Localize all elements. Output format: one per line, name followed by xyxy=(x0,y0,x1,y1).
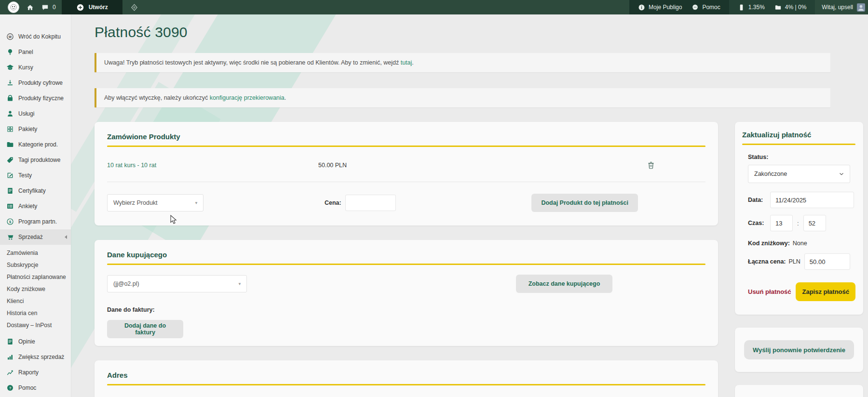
update-payment-heading: Zaktualizuj płatność xyxy=(742,131,855,139)
discount-code-label: Kod zniżkowy: xyxy=(748,240,790,247)
sidebar-item-produkty-cyfrowe[interactable]: Produkty cyfrowe xyxy=(0,75,71,91)
create-label: Utwórz xyxy=(89,4,108,11)
sidebar-item-pomoc[interactable]: Pomoc xyxy=(0,380,71,396)
test-mode-notice: Uwaga! Tryb płatności testowych jest akt… xyxy=(95,53,830,72)
user-icon xyxy=(6,110,14,118)
time-minute-input[interactable] xyxy=(803,215,826,231)
sidebar-item-kategorie-prod[interactable]: Kategorie prod. xyxy=(0,137,71,152)
sidebar-item-usługi[interactable]: Usługi xyxy=(0,106,71,121)
sidebar-item-label: Tagi produktowe xyxy=(18,157,60,163)
sidebar-item-label: Panel xyxy=(18,49,33,55)
save-payment-button[interactable]: Zapisz płatność xyxy=(796,282,855,301)
buyer-heading: Dane kupującego xyxy=(107,251,705,259)
sidebar: Wróć do KokpituPanelKursyProdukty cyfrow… xyxy=(0,14,71,397)
notice-link-tutaj[interactable]: tutaj xyxy=(401,59,412,66)
sidebar-item-label: Produkty fizyczne xyxy=(18,95,64,102)
sidebar-item-testy[interactable]: Testy xyxy=(0,168,71,183)
total-price-label: Łączna cena: xyxy=(748,258,786,265)
invoice-label: Dane do faktury: xyxy=(107,306,705,313)
sidebar-item-certyfikaty[interactable]: Certyfikaty xyxy=(0,183,71,198)
product-select-value: Wybierz Produkt xyxy=(113,199,158,206)
notice-link-konfiguracja[interactable]: konfigurację przekierowania xyxy=(210,94,285,101)
delete-product-trash-icon[interactable] xyxy=(647,161,655,170)
avatar xyxy=(857,3,865,12)
folder-icon xyxy=(774,4,782,11)
ordered-products-heading: Zamówione Produkty xyxy=(107,132,705,141)
sidebar-item-label: Certyfikaty xyxy=(18,187,46,194)
sidebar-item-label: Ankiety xyxy=(18,203,37,210)
sidebar-item-opinie[interactable]: Opinie xyxy=(0,334,71,349)
yellow-rule xyxy=(107,264,705,265)
sidebar-item-program-partn[interactable]: Program partn. xyxy=(0,214,71,229)
sidebar-subitem-dostawy-inpost[interactable]: Dostawy – InPost xyxy=(0,319,71,331)
sidebar-subitem-płatności-zaplanowane[interactable]: Płatności zaplanowane xyxy=(0,271,71,283)
moje-publigo-menu[interactable]: Moje Publigo xyxy=(638,4,682,11)
sidebar-subitem-kody-zniżkowe[interactable]: Kody zniżkowe xyxy=(0,283,71,295)
sidebar-item-wróć-do-kokpitu[interactable]: Wróć do Kokpitu xyxy=(0,29,71,44)
info-icon xyxy=(638,4,645,11)
price-input[interactable] xyxy=(345,195,396,211)
resend-confirmation-button[interactable]: Wyślij ponownie potwierdzenie xyxy=(744,340,854,359)
user-menu[interactable]: Witaj, upsell xyxy=(815,0,868,14)
sidebar-item-label: Wróć do Kokpitu xyxy=(18,33,61,40)
graduation-cap-icon xyxy=(6,64,14,71)
sidebar-item-pakiety[interactable]: Pakiety xyxy=(0,121,71,137)
sidebar-item-label: Kategorie prod. xyxy=(18,141,58,148)
main-area: Płatność 3090 Uwaga! Tryb płatności test… xyxy=(71,14,868,397)
site-logo[interactable] xyxy=(8,1,19,13)
notice-text: Aby włączyć wtyczkę, należy ukończyć xyxy=(104,94,210,101)
product-link[interactable]: 10 rat kurs - 10 rat xyxy=(107,162,318,169)
add-invoice-button[interactable]: Dodaj dane do faktury xyxy=(107,320,183,338)
notice-text: . xyxy=(285,94,286,101)
survey-icon xyxy=(6,202,14,210)
folder-icon xyxy=(6,141,14,148)
bag-icon xyxy=(6,94,14,102)
sidebar-item-produkty-fizyczne[interactable]: Produkty fizyczne xyxy=(0,91,71,106)
comments-indicator[interactable]: 0 xyxy=(41,3,56,12)
yellow-rule xyxy=(107,146,705,147)
delete-payment-button[interactable]: Usuń płatność xyxy=(748,288,791,295)
sidebar-item-sprzedaż[interactable]: Sprzedaż xyxy=(0,229,71,245)
home-icon[interactable] xyxy=(26,3,34,12)
pomoc-menu[interactable]: Pomoc xyxy=(692,4,720,11)
dollar-icon xyxy=(6,218,14,225)
date-input[interactable] xyxy=(770,192,854,208)
sidebar-subitem-subskrypcje[interactable]: Subskrypcje xyxy=(0,259,71,271)
sidebar-subitem-zamówienia[interactable]: Zamówienia xyxy=(0,247,71,259)
storage-indicator[interactable]: 4% | 0% xyxy=(774,4,806,11)
sidebar-item-tagi-produktowe[interactable]: Tagi produktowe xyxy=(0,152,71,168)
page-title: Płatność 3090 xyxy=(95,24,868,40)
pomoc-label: Pomoc xyxy=(702,4,720,11)
sidebar-item-raporty[interactable]: Raporty xyxy=(0,365,71,380)
sidebar-subitem-klienci[interactable]: Klienci xyxy=(0,295,71,307)
sidebar-item-label: Zwiększ sprzedaż xyxy=(18,354,64,360)
sidebar-subitem-historia-cen[interactable]: Historia cen xyxy=(0,307,71,319)
view-buyer-button[interactable]: Zobacz dane kupującego xyxy=(516,275,612,293)
battery-indicator[interactable]: 1.35% xyxy=(738,4,765,11)
product-select[interactable]: Wybierz Produkt ▼ xyxy=(107,194,203,212)
sidebar-item-kursy[interactable]: Kursy xyxy=(0,60,71,75)
add-product-button[interactable]: Dodaj Produkt do tej płatności xyxy=(531,194,638,212)
sidebar-item-panel[interactable]: Panel xyxy=(0,44,71,60)
sidebar-item-zwiększ-sprzedaż[interactable]: Zwiększ sprzedaż xyxy=(0,349,71,365)
total-price-input[interactable] xyxy=(804,253,850,270)
greeting-label: Witaj, upsell xyxy=(822,4,853,11)
product-row: 10 rat kurs - 10 rat 50.00 PLN xyxy=(107,156,705,175)
payment-info-card: Informacje o płatności xyxy=(735,385,863,397)
plugin-diamond-icon[interactable] xyxy=(130,3,138,12)
bar-chart-icon xyxy=(6,353,14,361)
buyer-select[interactable]: (jj@o2.pl) ▼ xyxy=(107,275,247,292)
sidebar-submenu: ZamówieniaSubskrypcjePłatności zaplanowa… xyxy=(0,245,71,334)
time-separator: : xyxy=(797,220,799,227)
price-label: Cena: xyxy=(325,199,341,206)
buyer-card: Dane kupującego (jj@o2.pl) ▼ Zobacz dane… xyxy=(95,240,718,346)
create-button[interactable]: Utwórz xyxy=(62,0,122,14)
status-select[interactable]: Zakończone xyxy=(748,165,850,183)
status-label: Status: xyxy=(748,154,855,160)
comment-icon xyxy=(41,3,49,12)
sidebar-item-label: Raporty xyxy=(18,369,39,376)
sidebar-item-ankiety[interactable]: Ankiety xyxy=(0,198,71,214)
time-hour-input[interactable] xyxy=(770,215,793,231)
yellow-rule xyxy=(107,384,705,385)
help-icon xyxy=(6,384,14,392)
